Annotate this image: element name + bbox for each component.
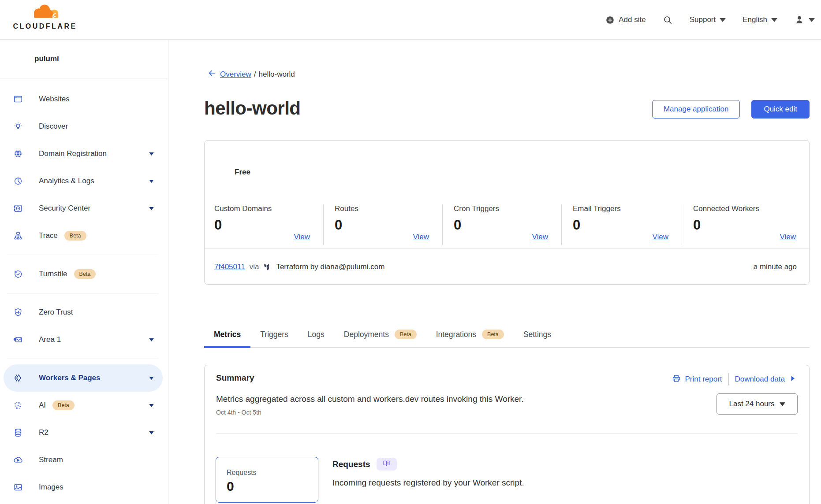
view-routes-link[interactable]: View xyxy=(413,233,429,241)
support-menu[interactable]: Support xyxy=(690,15,726,24)
sidebar-item-security-center[interactable]: Security Center xyxy=(4,195,163,222)
tab-deployments[interactable]: DeploymentsBeta xyxy=(334,322,426,347)
stat-value: 0 xyxy=(454,217,561,233)
cloudflare-logo[interactable]: CLOUDFLARE xyxy=(10,4,80,30)
sidebar-item-stream[interactable]: Stream xyxy=(4,446,163,474)
requests-metric-card[interactable]: Requests 0 xyxy=(216,457,318,503)
divider xyxy=(216,434,798,434)
time-range-select[interactable]: Last 24 hours xyxy=(717,393,798,415)
cloudflare-cloud-icon xyxy=(27,14,63,22)
caret-right-icon xyxy=(789,374,797,385)
stat-value: 0 xyxy=(214,217,323,233)
stat-connected-workers: Connected Workers0View xyxy=(682,204,809,245)
download-data-button[interactable]: Download data xyxy=(735,374,797,385)
page-title: hello-world xyxy=(204,98,301,119)
stat-cron-triggers: Cron Triggers0View xyxy=(442,204,561,245)
chevron-down-icon xyxy=(149,338,154,341)
tab-label: Triggers xyxy=(260,330,288,339)
stat-value: 0 xyxy=(693,217,809,233)
tab-label: Metrics xyxy=(214,330,241,339)
user-menu[interactable] xyxy=(794,15,815,25)
sidebar-item-label: Stream xyxy=(39,456,63,464)
sidebar-item-area-1[interactable]: Area 1 xyxy=(4,326,163,353)
stat-label: Connected Workers xyxy=(693,204,809,213)
summary-actions: Print report Download data xyxy=(672,373,797,385)
sidebar-item-workers-pages[interactable]: Workers & Pages xyxy=(4,364,163,392)
stat-label: Email Triggers xyxy=(573,204,682,213)
r2-icon xyxy=(13,428,23,437)
breadcrumb-current: hello-world xyxy=(259,70,295,79)
breadcrumb-separator: / xyxy=(254,70,256,79)
manage-application-button[interactable]: Manage application xyxy=(652,100,740,119)
sidebar-item-domain-registration[interactable]: Domain Registration xyxy=(4,140,163,167)
language-label: English xyxy=(743,15,767,24)
chevron-down-icon xyxy=(780,400,785,408)
sidebar-item-analytics-logs[interactable]: Analytics & Logs xyxy=(4,167,163,195)
support-label: Support xyxy=(690,15,716,24)
tab-integrations[interactable]: IntegrationsBeta xyxy=(426,322,514,347)
time-range-value: Last 24 hours xyxy=(729,400,774,408)
sidebar-item-label: R2 xyxy=(39,428,49,437)
stat-label: Cron Triggers xyxy=(454,204,561,213)
quick-edit-button[interactable]: Quick edit xyxy=(751,100,810,119)
requests-section: Requests 0 Requests Incoming requests re… xyxy=(216,457,798,503)
turnstile-icon xyxy=(13,269,23,279)
plan-card: Free Custom Domains0ViewRoutes0ViewCron … xyxy=(204,140,810,285)
requests-description: Incoming requests registered by your Wor… xyxy=(332,478,524,488)
sidebar-item-label: Discover xyxy=(39,122,68,131)
deployment-commit-link[interactable]: 7f405011 xyxy=(214,263,245,271)
deployment-row: 7f405011 via Terraform by diana@pulumi.c… xyxy=(205,249,809,285)
account-name: pulumi xyxy=(0,40,168,78)
stat-value: 0 xyxy=(335,217,442,233)
tab-bar: MetricsTriggersLogsDeploymentsBetaIntegr… xyxy=(204,322,810,348)
view-email-triggers-link[interactable]: View xyxy=(652,233,668,241)
print-report-button[interactable]: Print report xyxy=(672,374,722,385)
summary-date-range: Oct 4th - Oct 5th xyxy=(216,409,261,416)
sidebar-item-discover[interactable]: Discover xyxy=(4,113,163,140)
beta-badge: Beta xyxy=(395,330,417,340)
discover-icon xyxy=(13,122,23,131)
stat-routes: Routes0View xyxy=(323,204,442,245)
chevron-down-icon xyxy=(149,404,154,407)
sidebar-item-trace[interactable]: TraceBeta xyxy=(4,222,163,249)
summary-description: Metrics aggregated across all custom and… xyxy=(216,394,524,404)
search-icon xyxy=(663,15,673,25)
main-content: Overview / hello-world hello-world Manag… xyxy=(169,40,821,504)
sidebar-item-ai[interactable]: AIBeta xyxy=(4,392,163,419)
docs-link[interactable] xyxy=(377,458,397,471)
add-site-button[interactable]: Add site xyxy=(605,15,646,25)
sidebar-item-images[interactable]: Images xyxy=(4,474,163,501)
sidebar-item-zero-trust[interactable]: Zero Trust xyxy=(4,299,163,326)
cloudflare-dashboard: CLOUDFLARE Add site Support En xyxy=(0,0,821,504)
beta-badge: Beta xyxy=(64,231,86,241)
chevron-down-icon xyxy=(149,431,154,434)
sidebar-item-label: Websites xyxy=(39,95,70,104)
domain-registration-icon xyxy=(13,149,23,159)
trace-icon xyxy=(13,231,23,241)
sidebar-item-turnstile[interactable]: TurnstileBeta xyxy=(4,260,163,288)
tab-metrics[interactable]: Metrics xyxy=(204,322,250,347)
search-button[interactable] xyxy=(663,15,673,25)
user-icon xyxy=(794,15,805,25)
book-icon xyxy=(382,459,391,469)
sidebar-item-label: Zero Trust xyxy=(39,308,73,317)
chevron-down-icon xyxy=(720,18,726,22)
sidebar-item-websites[interactable]: Websites xyxy=(4,85,163,113)
beta-badge: Beta xyxy=(52,400,75,411)
sidebar-item-r2[interactable]: R2 xyxy=(4,419,163,446)
plan-stats: Custom Domains0ViewRoutes0ViewCron Trigg… xyxy=(205,204,809,245)
sidebar-item-label: Turnstile xyxy=(39,270,67,278)
tab-triggers[interactable]: Triggers xyxy=(250,322,298,347)
security-center-icon xyxy=(13,204,23,213)
view-custom-domains-link[interactable]: View xyxy=(294,233,310,241)
view-cron-triggers-link[interactable]: View xyxy=(532,233,548,241)
header-actions: Add site Support English xyxy=(605,0,815,40)
sidebar-item-label: Images xyxy=(39,483,63,492)
tab-settings[interactable]: Settings xyxy=(514,322,561,347)
deployment-source: Terraform by diana@pulumi.com xyxy=(276,263,384,271)
requests-detail: Requests Incoming requests registered by… xyxy=(332,457,524,503)
language-menu[interactable]: English xyxy=(743,15,777,24)
tab-logs[interactable]: Logs xyxy=(298,322,334,347)
breadcrumb-overview-link[interactable]: Overview xyxy=(208,69,251,80)
view-connected-workers-link[interactable]: View xyxy=(780,233,796,241)
